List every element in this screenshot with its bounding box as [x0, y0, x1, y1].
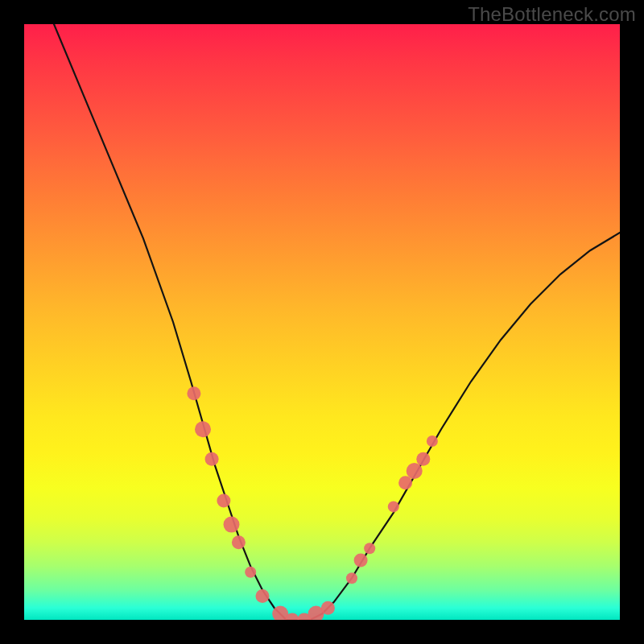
curve-point	[232, 535, 246, 549]
curve-point	[416, 452, 430, 466]
curve-points-group	[187, 386, 438, 620]
curve-point	[354, 554, 368, 568]
curve-point	[195, 421, 211, 437]
bottleneck-curve	[54, 24, 620, 620]
curve-point	[388, 501, 399, 512]
curve-point	[364, 543, 375, 554]
curve-point	[205, 452, 219, 466]
curve-point	[398, 476, 412, 489]
curve-point	[407, 463, 423, 479]
curve-point	[321, 601, 335, 615]
curve-point	[256, 589, 270, 603]
curve-point	[217, 494, 230, 508]
curve-point	[427, 436, 438, 447]
curve-point	[224, 517, 240, 533]
curve-point	[187, 386, 200, 400]
curve-point	[245, 567, 256, 578]
curve-point	[346, 572, 357, 584]
chart-plot-area	[24, 24, 620, 620]
watermark-label: TheBottleneck.com	[468, 3, 636, 26]
bottleneck-curve-svg	[24, 24, 620, 620]
chart-frame: TheBottleneck.com	[0, 0, 644, 644]
